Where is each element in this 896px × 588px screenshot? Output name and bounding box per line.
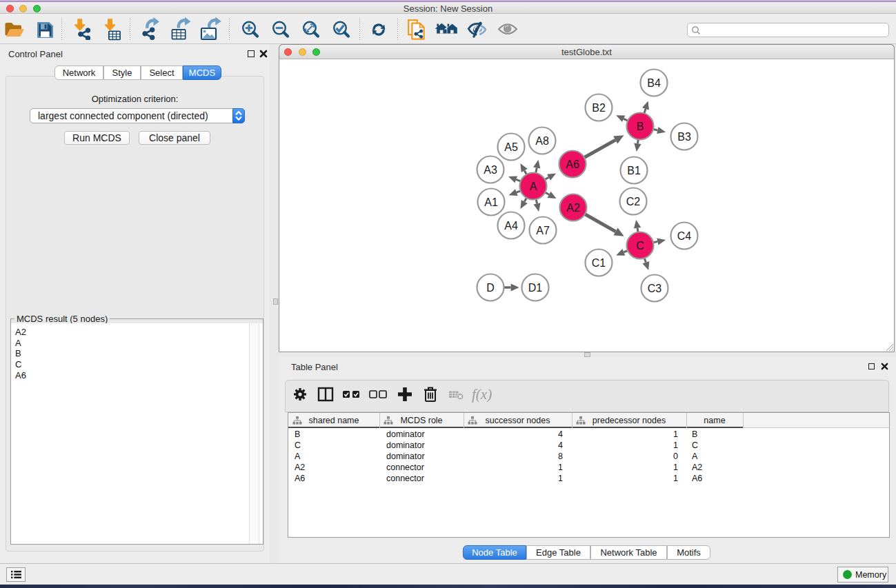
svg-text:A1: A1 bbox=[484, 196, 498, 208]
svg-text:B4: B4 bbox=[647, 77, 661, 89]
svg-text:C: C bbox=[636, 240, 644, 252]
svg-text:D: D bbox=[486, 282, 495, 294]
svg-text:C1: C1 bbox=[592, 257, 606, 269]
svg-text:B3: B3 bbox=[677, 131, 691, 143]
svg-text:A7: A7 bbox=[536, 225, 550, 236]
svg-text:B1: B1 bbox=[627, 165, 641, 176]
svg-text:C4: C4 bbox=[677, 230, 692, 242]
svg-text:C3: C3 bbox=[648, 283, 662, 294]
svg-text:C2: C2 bbox=[626, 196, 641, 207]
svg-text:A5: A5 bbox=[504, 141, 518, 153]
svg-text:A4: A4 bbox=[504, 220, 518, 232]
svg-text:A: A bbox=[530, 181, 537, 192]
svg-text:A8: A8 bbox=[535, 135, 549, 147]
svg-text:A2: A2 bbox=[566, 202, 580, 214]
svg-text:B: B bbox=[637, 121, 644, 132]
svg-text:A3: A3 bbox=[484, 164, 497, 176]
svg-text:D1: D1 bbox=[528, 282, 543, 294]
svg-text:A6: A6 bbox=[566, 159, 579, 170]
svg-text:B2: B2 bbox=[592, 102, 606, 114]
